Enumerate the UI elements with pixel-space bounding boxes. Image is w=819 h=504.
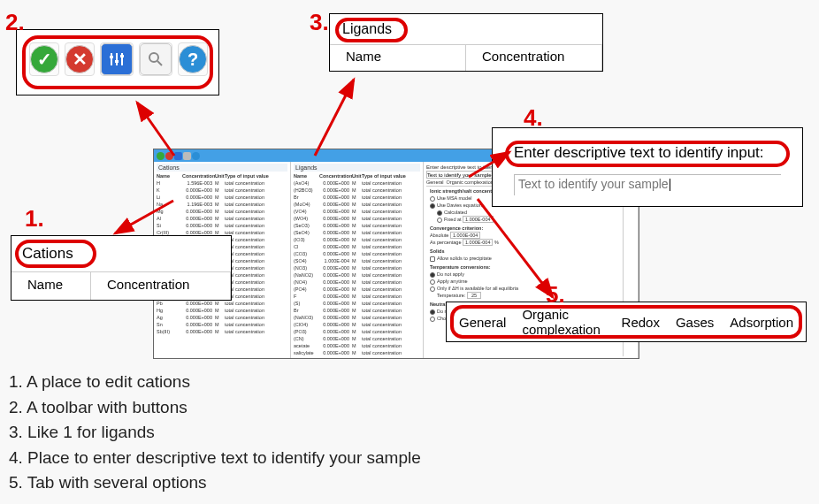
table-row[interactable]: (SO4)1.000E-004Mtotal concentration bbox=[294, 257, 420, 264]
table-row[interactable]: (NO4)0.000E+000Mtotal concentration bbox=[294, 279, 420, 286]
explain-3: 3. Like 1 for ligands bbox=[9, 420, 421, 446]
table-row[interactable]: H1.596E-003Mtotal concentration bbox=[157, 179, 287, 187]
svg-line-8 bbox=[137, 103, 174, 156]
table-row[interactable]: phthalate0.000E+000Mtotal concentration bbox=[294, 356, 420, 358]
cations-title: Cations bbox=[22, 245, 73, 263]
table-row[interactable]: Al0.000E+000Mtotal concentration bbox=[157, 215, 287, 222]
table-row[interactable]: Na1.196E-003Mtotal concentration bbox=[157, 201, 287, 208]
marker-1: 1. bbox=[25, 205, 44, 233]
temp-cond-radio[interactable] bbox=[430, 286, 435, 292]
marker-2: 2. bbox=[5, 9, 25, 36]
col-name: Name bbox=[11, 272, 91, 300]
table-row[interactable]: Si0.000E+000Mtotal concentration bbox=[157, 222, 287, 229]
explain-2: 2. A toolbar with buttons bbox=[9, 395, 421, 421]
callout-ligands: Ligands Name Concentration bbox=[329, 13, 603, 72]
table-row[interactable]: (PO3)0.000E+000Mtotal concentration bbox=[294, 328, 420, 335]
col-unit: Unit bbox=[215, 172, 222, 179]
callout-descriptive: Enter descriptive text to identify input… bbox=[492, 127, 803, 207]
pct-input[interactable]: 1.000E-004 bbox=[463, 239, 493, 246]
explain-4: 4. Place to enter descriptive text to id… bbox=[9, 446, 421, 471]
help-icon[interactable] bbox=[192, 152, 200, 160]
temp-input[interactable]: 25 bbox=[467, 292, 481, 299]
desc-label: Enter descriptive text to identify input… bbox=[514, 144, 764, 162]
neut-choose-radio[interactable] bbox=[430, 317, 435, 322]
abs-input[interactable]: 1.000E-004 bbox=[450, 232, 480, 239]
col-name: Name bbox=[330, 45, 466, 71]
magnify-icon[interactable] bbox=[183, 152, 191, 160]
desc-input[interactable]: Text to identify your sample bbox=[514, 174, 781, 195]
table-row[interactable]: F0.000E+000Mtotal concentration bbox=[294, 293, 420, 300]
col-conc: Concentration bbox=[182, 172, 212, 179]
col-name: Name bbox=[157, 172, 180, 179]
explain-1: 1. A place to edit cations bbox=[9, 370, 421, 395]
table-row[interactable]: Sn0.000E+000Mtotal concentration bbox=[157, 321, 287, 328]
table-row[interactable]: Br0.000E+000Mtotal concentration bbox=[294, 307, 420, 314]
callout-cations: Cations Name Concentration bbox=[11, 235, 232, 301]
table-row[interactable]: (WO4)0.000E+000Mtotal concentration bbox=[294, 215, 420, 222]
sliders-icon[interactable] bbox=[174, 152, 182, 160]
temp-always-radio[interactable] bbox=[430, 279, 435, 285]
explanation-list: 1. A place to edit cations 2. A toolbar … bbox=[9, 370, 421, 496]
table-row[interactable]: (NO3)0.000E+000Mtotal concentration bbox=[294, 264, 420, 271]
table-row[interactable]: (CO3)0.000E+000Mtotal concentration bbox=[294, 250, 420, 257]
table-row[interactable]: salicylate0.000E+000Mtotal concentration bbox=[294, 349, 420, 356]
table-row[interactable]: (CN)0.000E+000Mtotal concentration bbox=[294, 335, 420, 342]
table-row[interactable]: (VO4)0.000E+000Mtotal concentration bbox=[294, 208, 420, 215]
temp-label: Temperature conversions: bbox=[430, 263, 621, 271]
table-row[interactable]: (H2BO3)0.000E+000Mtotal concentration bbox=[294, 187, 420, 194]
tab-organic[interactable]: Organic complexation bbox=[447, 179, 494, 185]
table-row[interactable]: (NaNO3)0.000E+000Mtotal concentration bbox=[294, 314, 420, 321]
table-row[interactable]: Ag0.000E+000Mtotal concentration bbox=[157, 314, 287, 321]
table-row[interactable]: (MoO4)0.000E+000Mtotal concentration bbox=[294, 201, 420, 208]
svg-line-9 bbox=[315, 80, 354, 156]
table-row[interactable]: (NaNO2)0.000E+000Mtotal concentration bbox=[294, 271, 420, 279]
marker-5: 5. bbox=[546, 281, 565, 309]
marker-3: 3. bbox=[310, 9, 329, 36]
table-row[interactable]: K0.000E+000Mtotal concentration bbox=[157, 187, 287, 194]
table-row[interactable]: (IO3)0.000E+000Mtotal concentration bbox=[294, 236, 420, 243]
col-conc: Concentration bbox=[91, 272, 231, 300]
temp-none-radio[interactable] bbox=[430, 272, 435, 278]
table-row[interactable]: (SeO4)0.000E+000Mtotal concentration bbox=[294, 229, 420, 236]
conv-label: Convergence criterion: bbox=[430, 225, 621, 232]
ligands-panel[interactable]: Ligands Name Concentration Unit Type of … bbox=[291, 162, 424, 358]
callout-toolbar: ✓ ✕ ? bbox=[16, 29, 219, 95]
table-row[interactable]: (S)0.000E+000Mtotal concentration bbox=[294, 300, 420, 307]
table-row[interactable]: (SeO3)0.000E+000Mtotal concentration bbox=[294, 222, 420, 229]
calculated-radio[interactable] bbox=[437, 210, 442, 216]
use-msa-radio[interactable] bbox=[430, 196, 435, 202]
table-row[interactable]: Li0.000E+000Mtotal concentration bbox=[157, 194, 287, 201]
table-row[interactable]: acetate0.000E+000Mtotal concentration bbox=[294, 342, 420, 349]
allow-solids-check[interactable] bbox=[430, 256, 435, 262]
table-row[interactable]: Hg0.000E+000Mtotal concentration bbox=[157, 307, 287, 314]
cations-title: Cations bbox=[157, 164, 287, 172]
col-conc: Concentration bbox=[466, 45, 602, 71]
callout-tabs: General Organic complexation Redox Gases… bbox=[446, 302, 807, 342]
fixed-radio[interactable] bbox=[437, 218, 442, 223]
neut-none-radio[interactable] bbox=[430, 309, 435, 315]
table-row[interactable]: (AsO4)0.000E+000Mtotal concentration bbox=[294, 179, 420, 187]
marker-4: 4. bbox=[524, 104, 543, 132]
col-type: Type of input value bbox=[225, 172, 274, 179]
table-row[interactable]: Br0.000E+000Mtotal concentration bbox=[294, 194, 420, 201]
table-row[interactable]: Cl0.000E+000Mtotal concentration bbox=[294, 243, 420, 250]
table-row[interactable]: (PO4)0.000E+000Mtotal concentration bbox=[294, 286, 420, 293]
cross-icon[interactable] bbox=[165, 152, 173, 160]
ligands-title: Ligands bbox=[342, 21, 392, 37]
explain-5: 5. Tab with several options bbox=[9, 470, 421, 496]
table-row[interactable]: Pb0.000E+000Mtotal concentration bbox=[157, 300, 287, 307]
table-row[interactable]: (ClO4)0.000E+000Mtotal concentration bbox=[294, 321, 420, 328]
table-row[interactable]: Mg0.000E+000Mtotal concentration bbox=[157, 208, 287, 215]
check-icon[interactable] bbox=[157, 152, 165, 160]
solids-label: Solids bbox=[430, 248, 621, 255]
table-row[interactable]: Sb(III)0.000E+000Mtotal concentration bbox=[157, 328, 287, 335]
ligands-title: Ligands bbox=[294, 164, 420, 172]
use-davies-radio[interactable] bbox=[430, 203, 435, 209]
tab-general[interactable]: General bbox=[426, 179, 444, 185]
